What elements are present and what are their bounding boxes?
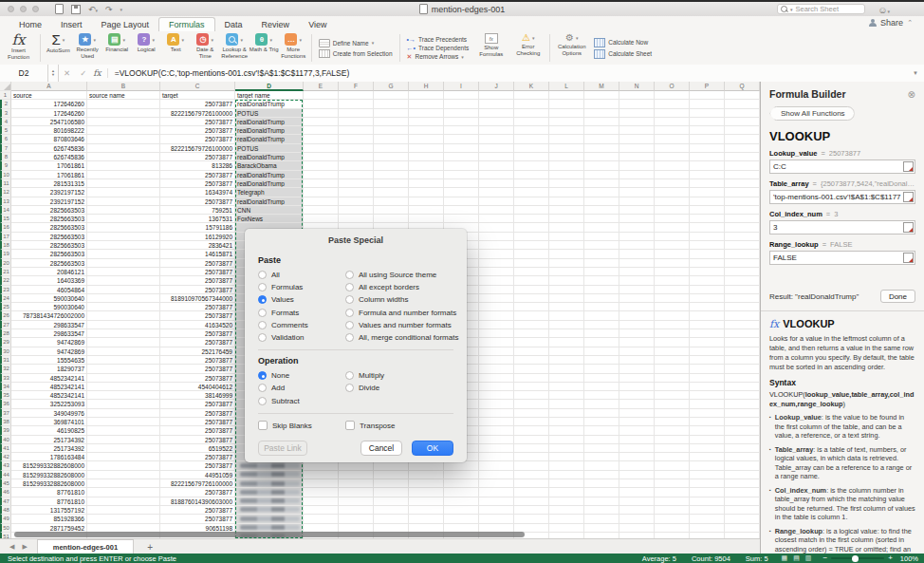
cell-A33[interactable]: 4852342141 bbox=[11, 374, 87, 383]
cell-O33[interactable] bbox=[655, 374, 690, 383]
cell-C20[interactable]: 25073877 bbox=[160, 259, 235, 268]
cell-M39[interactable] bbox=[584, 426, 619, 435]
cell-A3[interactable]: 172646260 bbox=[11, 109, 87, 118]
cell-G46[interactable] bbox=[374, 488, 409, 497]
cell-B6[interactable] bbox=[87, 135, 160, 143]
cell-J45[interactable] bbox=[479, 479, 514, 488]
cell-I2[interactable] bbox=[444, 100, 479, 108]
cell-B18[interactable] bbox=[87, 241, 160, 250]
cell-J3[interactable] bbox=[479, 109, 514, 118]
radio-formats[interactable]: Formats bbox=[258, 307, 345, 319]
cell-L17[interactable] bbox=[549, 233, 584, 241]
cell-Q21[interactable] bbox=[725, 268, 760, 276]
cell-C4[interactable]: 25073877 bbox=[160, 118, 235, 126]
cell-L7[interactable] bbox=[549, 144, 584, 153]
ribbon-tab-home[interactable]: Home bbox=[9, 18, 51, 31]
column-header-D[interactable]: D bbox=[235, 82, 304, 91]
cell-D11[interactable]: realDonaldTrump bbox=[235, 179, 304, 188]
cell-E7[interactable] bbox=[304, 144, 339, 153]
cell-J14[interactable] bbox=[479, 206, 514, 215]
cell-I10[interactable] bbox=[444, 171, 479, 179]
cell-Q29[interactable] bbox=[725, 338, 760, 347]
cell-I6[interactable] bbox=[444, 135, 479, 143]
cell-N16[interactable] bbox=[619, 223, 655, 232]
cell-Q36[interactable] bbox=[725, 400, 760, 408]
row-header-1[interactable]: 1 bbox=[0, 91, 11, 100]
cell-C40[interactable]: 25073877 bbox=[160, 436, 235, 444]
cell-A21[interactable]: 20846121 bbox=[11, 268, 87, 276]
row-header-28[interactable]: 28 bbox=[0, 329, 11, 338]
cell-A41[interactable]: 251734392 bbox=[11, 444, 87, 453]
cell-O49[interactable] bbox=[655, 515, 690, 523]
cell-B30[interactable] bbox=[87, 347, 160, 356]
cell-L4[interactable] bbox=[549, 118, 584, 126]
cell-J11[interactable] bbox=[479, 179, 514, 188]
row-header-10[interactable]: 10 bbox=[0, 171, 11, 179]
normal-view-icon[interactable]: ▦ bbox=[782, 554, 788, 562]
cell-B32[interactable] bbox=[87, 365, 160, 373]
cell-H9[interactable] bbox=[409, 161, 444, 170]
cell-C22[interactable]: 25073877 bbox=[160, 276, 235, 285]
cell-P5[interactable] bbox=[690, 126, 725, 135]
range_lookup-input[interactable]: FALSE bbox=[769, 251, 915, 265]
cell-M43[interactable] bbox=[584, 461, 619, 470]
cell-Q17[interactable] bbox=[725, 233, 760, 241]
cell-O32[interactable] bbox=[655, 365, 690, 373]
cell-D9[interactable]: BarackObama bbox=[235, 161, 304, 170]
cell-J28[interactable] bbox=[479, 329, 514, 338]
cell-A8[interactable]: 626745836 bbox=[11, 153, 87, 161]
cell-C7[interactable]: 822215679726100000 bbox=[160, 144, 235, 153]
cell-D6[interactable]: realDonaldTrump bbox=[235, 135, 304, 143]
cell-G49[interactable] bbox=[374, 515, 409, 523]
cell-O21[interactable] bbox=[655, 268, 690, 276]
row-header-13[interactable]: 13 bbox=[0, 197, 11, 206]
calculate-now-button[interactable]: Calculate Now bbox=[594, 38, 652, 47]
cell-P2[interactable] bbox=[690, 100, 725, 108]
row-header-35[interactable]: 35 bbox=[0, 391, 11, 400]
share-button[interactable]: Share ⌃ bbox=[869, 18, 913, 28]
cell-O6[interactable] bbox=[655, 135, 690, 143]
cell-D15[interactable]: FoxNews bbox=[235, 215, 304, 223]
cell-J8[interactable] bbox=[479, 153, 514, 161]
cell-C34[interactable]: 4540404612 bbox=[160, 383, 235, 391]
cell-C42[interactable]: 25073877 bbox=[160, 453, 235, 461]
cell-O41[interactable] bbox=[655, 444, 690, 453]
column-header-O[interactable]: O bbox=[655, 82, 690, 91]
cell-C14[interactable]: 759251 bbox=[160, 206, 235, 215]
collapse-ribbon-icon[interactable]: ⌃ bbox=[907, 19, 913, 27]
horizontal-scrollbar[interactable] bbox=[14, 532, 525, 537]
cell-A12[interactable]: 2392197152 bbox=[11, 188, 87, 197]
cell-N24[interactable] bbox=[619, 294, 655, 303]
cell-A32[interactable]: 18290737 bbox=[11, 365, 87, 373]
checkbox-skip-blanks[interactable]: Skip Blanks bbox=[258, 420, 345, 432]
cell-B28[interactable] bbox=[87, 329, 160, 338]
cell-I44[interactable] bbox=[444, 471, 479, 479]
cell-J16[interactable] bbox=[479, 223, 514, 232]
cell-P4[interactable] bbox=[690, 118, 725, 126]
cell-N11[interactable] bbox=[619, 179, 655, 188]
cell-G44[interactable] bbox=[374, 471, 409, 479]
cell-B5[interactable] bbox=[87, 126, 160, 135]
zoom-slider[interactable] bbox=[831, 557, 884, 559]
cell-N48[interactable] bbox=[619, 506, 655, 515]
row-header-30[interactable]: 30 bbox=[0, 347, 11, 356]
cell-B9[interactable] bbox=[87, 161, 160, 170]
cell-C41[interactable]: 6519522 bbox=[160, 444, 235, 453]
add-sheet-button[interactable]: + bbox=[134, 542, 166, 553]
cell-Q46[interactable] bbox=[725, 488, 760, 497]
cell-L22[interactable] bbox=[549, 276, 584, 285]
cell-D5[interactable]: realDonaldTrump bbox=[235, 126, 304, 135]
cell-Q47[interactable] bbox=[725, 497, 760, 506]
cell-M2[interactable] bbox=[584, 100, 619, 108]
cell-P41[interactable] bbox=[690, 444, 725, 453]
cell-N23[interactable] bbox=[619, 286, 655, 294]
cell-C29[interactable]: 25073877 bbox=[160, 338, 235, 347]
cell-M21[interactable] bbox=[584, 268, 619, 276]
cell-B10[interactable] bbox=[87, 171, 160, 179]
page-layout-view-icon[interactable]: ▤ bbox=[793, 554, 800, 562]
row-header-19[interactable]: 19 bbox=[0, 250, 11, 258]
cell-P48[interactable] bbox=[690, 506, 725, 515]
cell-A49[interactable]: 851928366 bbox=[11, 515, 87, 523]
cell-P45[interactable] bbox=[690, 479, 725, 488]
cell-M10[interactable] bbox=[584, 171, 619, 179]
